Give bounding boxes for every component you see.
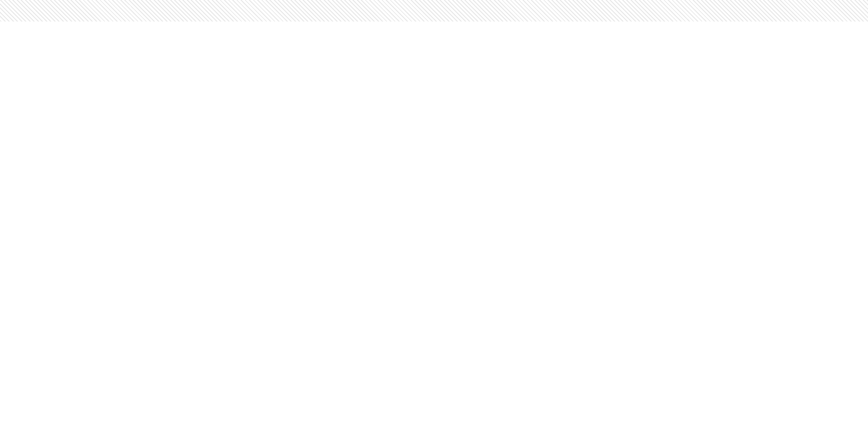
page-stage bbox=[0, 0, 868, 440]
diagram-canvas bbox=[0, 22, 868, 440]
